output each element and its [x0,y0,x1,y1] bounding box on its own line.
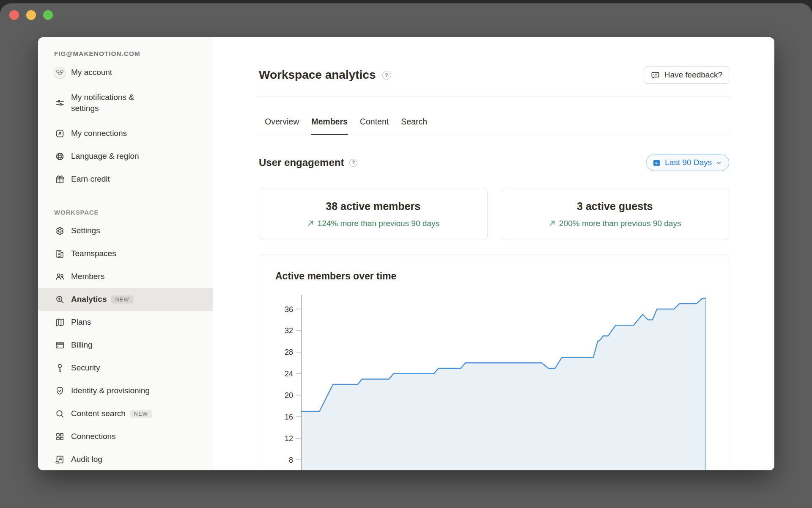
sidebar-item-audit-log[interactable]: Audit log [38,448,213,470]
chevron-down-icon [716,160,722,166]
y-tick-label: 36 [285,305,293,314]
sidebar-item-earn-credit[interactable]: Earn credit [38,168,213,190]
sidebar-item-members[interactable]: Members [38,265,213,288]
shield-check-icon [54,385,66,397]
trend-up-icon [549,220,556,227]
new-badge: NEW [111,295,133,304]
sidebar-item-label: Language & region [71,151,139,162]
magnifier-plus-icon [54,294,66,305]
sidebar-item-my-connections[interactable]: My connections [38,122,213,145]
sidebar-item-label: Analytics [71,294,107,305]
sidebar-item-my-account[interactable]: My account [38,61,213,84]
date-range-label: Last 90 Days [665,158,712,167]
sidebar-item-identity-provisioning[interactable]: Identity & provisioning [38,379,213,402]
analytics-tabs: Overview Members Content Search [259,116,729,135]
window-controls [9,10,53,20]
building-icon [54,248,66,260]
y-tick-label: 12 [285,434,293,443]
sidebar-item-notifications-settings[interactable]: My notifications & settings [38,84,213,122]
y-tick-label: 16 [285,413,293,421]
active-members-chart-card: 363228242016128 Active members over time [259,254,729,470]
sidebar-item-label: Identity & provisioning [71,385,150,396]
sidebar-item-label: Earn credit [71,174,110,185]
chart-area [302,298,705,470]
y-tick-label: 20 [285,391,293,400]
sidebar-item-label: Plans [71,317,91,328]
speech-bubble-icon [650,70,660,80]
y-tick-label: 28 [285,348,293,356]
header-divider [259,97,729,97]
new-badge: NEW [130,410,152,418]
sidebar-item-connections[interactable]: Connections [38,425,213,448]
credit-card-icon [54,340,66,351]
have-feedback-button[interactable]: Have feedback? [644,66,729,84]
chart-title: Active members over time [275,271,396,282]
feedback-label: Have feedback? [664,70,722,80]
sidebar-item-label: My connections [71,128,127,139]
tab-content[interactable]: Content [360,116,389,135]
sidebar-item-content-search[interactable]: Content search NEW [38,402,213,425]
y-tick-label: 8 [289,456,293,464]
sidebar-item-billing[interactable]: Billing [38,334,213,356]
map-icon [54,317,66,328]
gear-icon [54,225,66,237]
active-members-chart: 363228242016128 [259,254,729,470]
tab-search[interactable]: Search [401,116,427,135]
key-icon [54,362,66,374]
sidebar-item-label: Content search [71,408,126,419]
account-email: FIG@MAKENOTION.COM [38,49,213,58]
sidebar-item-settings[interactable]: Settings [38,219,213,242]
scroll-icon [54,454,66,465]
tab-members[interactable]: Members [311,116,348,135]
help-icon[interactable]: ? [349,159,357,167]
stat-title: 38 active members [326,200,420,213]
sliders-icon [54,97,66,109]
sidebar-item-teamspaces[interactable]: Teamspaces [38,242,213,265]
sidebar-item-plans[interactable]: Plans [38,311,213,334]
globe-icon [54,151,66,162]
stat-delta-text: 124% more than previous 90 days [318,219,439,228]
help-icon[interactable]: ? [382,71,391,80]
sidebar-item-security[interactable]: Security [38,356,213,379]
sidebar-item-label: Billing [71,340,93,351]
page-title: Workspace analytics [259,68,376,82]
sidebar-item-analytics[interactable]: Analytics NEW [38,288,213,311]
analytics-main: Workspace analytics ? Have feedback? Ove… [213,37,774,470]
trend-up-icon [307,220,314,227]
account-avatar [54,67,66,78]
workspace-section-header: WORKSPACE [38,206,213,219]
stat-delta-text: 200% more than previous 90 days [559,219,681,228]
date-range-selector[interactable]: Last 90 Days [646,154,729,171]
stat-title: 3 active guests [577,200,653,213]
sidebar-item-label: Connections [71,431,116,442]
calendar-icon [652,158,661,167]
user-engagement-title: User engagement [259,157,344,168]
settings-window: FIG@MAKENOTION.COM My account [38,37,774,470]
gift-icon [54,174,66,185]
sidebar-item-language-region[interactable]: Language & region [38,145,213,168]
sidebar-item-label: Audit log [71,454,102,465]
minimize-button[interactable] [26,10,36,20]
sidebar-item-label: Members [71,271,104,282]
sidebar-item-label: My notifications & settings [71,92,134,113]
sidebar-item-label: Security [71,362,100,373]
sidebar-item-label: Teamspaces [71,248,116,259]
sidebar-item-label: Settings [71,225,100,236]
zoom-button[interactable] [43,10,53,20]
grid-icon [54,431,66,442]
close-button[interactable] [9,10,19,20]
settings-sidebar: FIG@MAKENOTION.COM My account [38,37,213,470]
active-members-card: 38 active members 124% more than previou… [259,188,488,240]
active-guests-card: 3 active guests 200% more than previous … [501,188,730,240]
arrow-up-right-box-icon [54,128,66,139]
magnifier-icon [54,408,66,420]
people-icon [54,271,66,282]
y-tick-label: 24 [285,370,293,378]
y-tick-label: 32 [285,326,293,335]
sidebar-item-label: My account [71,67,112,78]
tab-overview[interactable]: Overview [265,116,299,135]
